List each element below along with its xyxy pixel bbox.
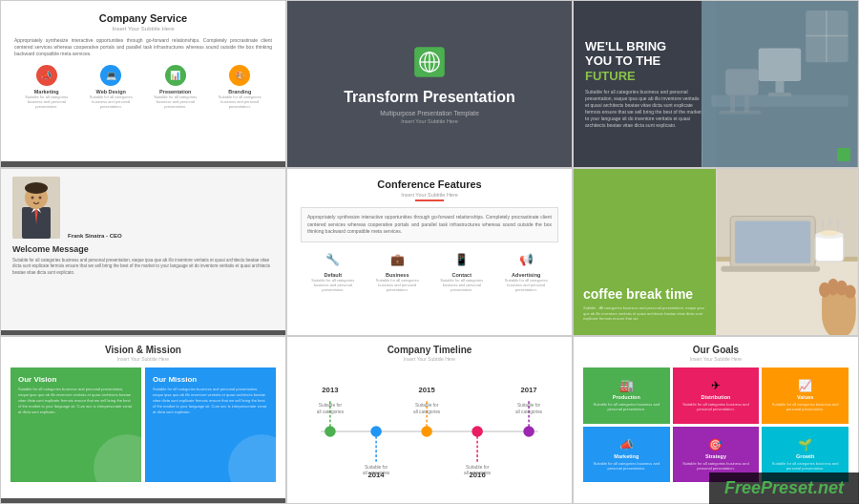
business-desc: Suitable for all categories business and… [371,278,424,293]
webdesign-icon: 💻 [100,65,121,86]
slide-1-bottom-bar [1,161,285,167]
webdesign-desc: Suitable for all categories business and… [87,94,135,110]
distribution-desc: Suitable for all categories business and… [679,402,754,411]
slide-company-service: Company Service Insert Your Subtitle Her… [0,0,286,168]
svg-text:Suitable for: Suitable for [415,403,439,408]
slide-8-subtitle: Insert Your Subtitle Here [299,356,560,362]
svg-point-34 [820,230,839,236]
icon-marketing: 📣 Marketing Suitable for all categories … [23,65,71,110]
person-name: Frank Sinatra - CEO [68,233,122,239]
slide-3-headline: WE'LL BRING YOU TO THE FUTURE [585,39,704,84]
watermark: FreePreset.net [709,472,859,504]
slide-9-title: Our Goals [583,345,849,355]
slide-2-tagline: Multipurpose Presentation Template [380,110,479,116]
slide-1-title: Company Service [14,12,272,24]
slide-5-subtitle: Insert Your Subtitle Here [301,192,558,198]
production-icon: 🏭 [619,379,634,392]
slide-7-bottom-bar [1,498,285,503]
marketing-desc: Suitable for all categories business and… [23,94,71,110]
slide-coffee: coffee break time Subtitle - All categor… [573,168,859,336]
watermark-prefix: Free [724,478,761,497]
slide-9-subtitle: Insert Your Subtitle Here [583,356,849,362]
slide-2-title: Transform Presentation [344,88,515,106]
timeline-svg: 2013 Suitable for all categories 2014 Su… [303,369,556,494]
goal-marketing: 📣 Marketing Suitable for all categories … [583,427,670,483]
svg-rect-13 [719,111,761,115]
svg-rect-30 [735,220,810,262]
slide-5-underline [415,200,444,201]
svg-point-25 [39,197,42,200]
production-desc: Suitable for all categories business and… [589,402,664,411]
headline-line3: FUTURE [585,69,704,84]
person-section: Frank Sinatra - CEO [12,177,274,239]
panel-mission: Our Mission Suitable for all categories … [145,368,276,482]
goal-production: 🏭 Production Suitable for all categories… [583,368,670,424]
person-svg [12,177,60,239]
slide-vision-mission: Vision & Mission Insert Your Subtitle He… [0,336,286,504]
default-icon: 🔧 [324,250,343,269]
default-desc: Suitable for all categories business and… [306,278,359,293]
slide-3-text: WE'LL BRING YOU TO THE FUTURE Suitable f… [574,1,716,167]
coffee-left: coffee break time Subtitle - All categor… [574,169,716,335]
svg-rect-10 [725,69,759,95]
slides-grid: Company Service Insert Your Subtitle Her… [0,0,859,504]
headline-line2: YOU TO THE [585,53,704,69]
person-image [12,177,60,239]
panel-vision: Our Vision Suitable for all categories b… [10,368,141,482]
mission-title: Our Mission [153,375,268,384]
advertising-icon: 📢 [516,250,535,269]
slide-8-title: Company Timeline [299,345,560,355]
feature-advertising: 📢 Advertising Suitable for all categorie… [500,250,553,293]
contact-desc: Suitable for all categories business and… [435,278,488,293]
timeline-container: 2013 Suitable for all categories 2014 Su… [299,369,560,497]
icon-webdesign: 💻 Web Design Suitable for all categories… [87,65,135,110]
svg-rect-12 [744,95,749,113]
svg-rect-7 [759,48,801,81]
vision-title: Our Vision [18,375,134,384]
slide-timeline: Company Timeline Insert Your Subtitle He… [286,336,573,504]
headline-line1: WE'LL BRING [585,39,704,54]
person-info: Frank Sinatra - CEO [68,233,122,239]
presentation-desc: Suitable for all categories business and… [152,94,199,110]
slide-future: WE'LL BRING YOU TO THE FUTURE Suitable f… [573,0,859,168]
goals-grid: 🏭 Production Suitable for all categories… [583,368,849,482]
icon-presentation: 📊 Presentation Suitable for all categori… [152,65,199,110]
svg-text:Suitable for: Suitable for [517,403,541,408]
svg-text:all categories: all categories [515,410,543,414]
globe-icon [411,44,448,80]
distribution-label: Distribution [702,394,731,400]
goal-distribution: ✈ Distribution Suitable for all categori… [673,368,760,424]
slide-welcome: Frank Sinatra - CEO Welcome Message Suit… [0,168,286,336]
svg-text:2015: 2015 [419,386,436,394]
svg-text:2017: 2017 [521,386,537,394]
welcome-title: Welcome Message [12,244,274,254]
growth-label: Growth [796,453,814,459]
feature-contact: 📱 Contact Suitable for all categories bu… [435,250,488,293]
watermark-brand: Preset [761,478,813,497]
branding-icon: 🎨 [229,65,250,86]
slide-5-body: Appropriately synthesize interactive opp… [301,207,558,242]
slide-2-sub-tagline: Insert Your Subtitle Here [401,118,458,124]
svg-text:all categories: all categories [363,471,390,475]
slide-1-body: Appropriately synthesize interactive opp… [14,37,272,57]
feature-default: 🔧 Default Suitable for all categories bu… [306,250,359,293]
slide-transform: Transform Presentation Multipurpose Pres… [286,0,573,168]
svg-text:all categories: all categories [413,410,441,414]
svg-point-40 [845,285,856,299]
strategy-desc: Suitable for all categories business and… [679,461,754,471]
slide-7-title: Vision & Mission [10,345,276,355]
coffee-desc: Subtitle - All categories business and p… [583,305,706,322]
svg-rect-8 [776,81,785,93]
svg-text:all categories: all categories [317,410,345,414]
goal-values: 📈 Values Suitable for all categories bus… [762,368,849,424]
slide-5-title: Conference Features [301,178,558,190]
slide-3-small-text: Suitable for all categories business and… [585,89,704,129]
svg-rect-31 [721,266,820,272]
marketing-icon: 📣 [36,65,57,86]
svg-text:Suitable for: Suitable for [466,465,490,470]
feature-business: 💼 Business Suitable for all categories b… [371,250,424,293]
svg-point-24 [31,197,34,200]
coffee-right [716,169,858,335]
mission-bg-circle [228,434,276,482]
branding-desc: Suitable for all categories business and… [216,94,263,110]
